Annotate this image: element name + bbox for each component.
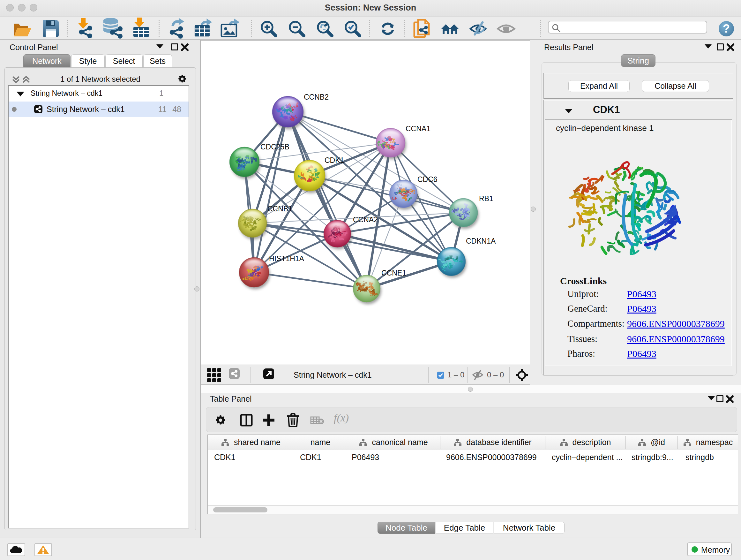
svg-text:CDC6: CDC6 — [417, 175, 437, 184]
svg-text:CDK1: CDK1 — [325, 156, 344, 165]
svg-text:CDKN1A: CDKN1A — [466, 237, 496, 245]
svg-text:CCNA1: CCNA1 — [406, 125, 430, 133]
svg-text:CCNA2: CCNA2 — [353, 215, 378, 224]
svg-text:CCNE1: CCNE1 — [381, 269, 406, 277]
svg-text:CDC25B: CDC25B — [260, 143, 289, 151]
svg-text:HIST1H1A: HIST1H1A — [269, 254, 305, 263]
svg-text:CCNB2: CCNB2 — [304, 93, 329, 101]
svg-text:CCNB1: CCNB1 — [267, 205, 292, 213]
svg-text:RB1: RB1 — [479, 194, 493, 203]
